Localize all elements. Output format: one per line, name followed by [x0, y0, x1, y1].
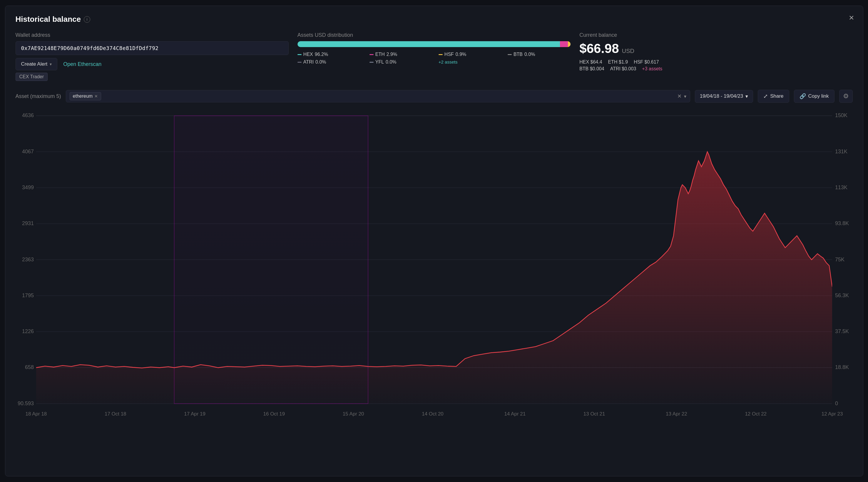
wallet-section: Wallet address 0x7AE92148E79D60a0749fd6D… [16, 32, 289, 81]
yfl-legend-pct: 0.0% [386, 59, 396, 65]
title-row: Historical balance i [16, 15, 91, 24]
svg-text:18 Apr 18: 18 Apr 18 [25, 411, 47, 417]
balance-currency: USD [622, 48, 634, 54]
date-chevron-icon: ▾ [745, 93, 748, 100]
tag-remove-icon[interactable]: ✕ [94, 94, 98, 98]
svg-text:17 Apr 19: 17 Apr 19 [184, 411, 206, 417]
svg-text:15 Apr 20: 15 Apr 20 [342, 411, 364, 417]
svg-text:12 Oct 22: 12 Oct 22 [745, 411, 767, 417]
filter-label: Asset (maximum 5) [16, 93, 61, 100]
btb-legend-dot [508, 54, 512, 55]
wallet-address: 0x7AE92148E79D60a0749fd6De374C8e81DfDdf7… [16, 41, 289, 55]
wallet-label: Wallet address [16, 32, 289, 38]
assets-section: Assets USD distribution HEX 96.2% ETH 2.… [298, 32, 570, 65]
eth-balance: ETH $1.9 [608, 59, 628, 65]
modal-header: Historical balance i × [16, 15, 853, 24]
svg-text:12 Apr 23: 12 Apr 23 [821, 411, 843, 417]
hex-balance: HEX $64.4 [579, 59, 602, 65]
select-clear-icon[interactable]: ✕ [677, 93, 682, 100]
hex-legend-pct: 96.2% [315, 52, 328, 57]
svg-text:113K: 113K [835, 185, 847, 190]
atri-legend-pct: 0.0% [315, 59, 326, 65]
eth-legend-dot [370, 54, 374, 55]
hex-legend-dot [298, 54, 302, 55]
wallet-actions: Create Alert ▾ Open Etherscan [16, 58, 289, 70]
close-button[interactable]: × [849, 13, 854, 22]
svg-rect-28 [174, 116, 368, 403]
svg-text:17 Oct 18: 17 Oct 18 [104, 411, 126, 417]
btb-legend-label: BTB [514, 52, 523, 57]
btb-bar [570, 41, 570, 47]
historical-chart: 4636 4067 3499 2931 2363 1795 1226 658 9… [16, 110, 853, 425]
chevron-down-icon: ▾ [50, 62, 52, 66]
svg-text:14 Oct 20: 14 Oct 20 [422, 411, 443, 417]
svg-text:4067: 4067 [22, 149, 33, 154]
atri-legend-dot [298, 62, 302, 63]
eth-legend-label: ETH [375, 52, 385, 57]
svg-text:13 Oct 21: 13 Oct 21 [583, 411, 605, 417]
yfl-legend-dot [370, 62, 374, 63]
hex-legend-label: HEX [303, 52, 313, 57]
svg-text:90.593: 90.593 [17, 400, 33, 406]
gear-icon: ⚙ [843, 92, 849, 100]
atri-legend-label: ATRI [303, 59, 314, 65]
svg-text:4636: 4636 [22, 112, 33, 118]
eth-legend-pct: 2.9% [386, 52, 397, 57]
info-icon[interactable]: i [84, 16, 90, 23]
hex-bar [298, 41, 560, 47]
btb-balance: BTB $0.004 [579, 66, 604, 72]
svg-text:2931: 2931 [22, 220, 33, 226]
balance-value: $66.98 [579, 41, 619, 56]
hsf-legend-label: HSF [444, 52, 454, 57]
atri-legend: ATRI 0.0% [298, 59, 364, 65]
yfl-legend-label: YFL [375, 59, 384, 65]
settings-button[interactable]: ⚙ [839, 90, 853, 103]
svg-text:93.8K: 93.8K [835, 220, 849, 226]
hsf-legend: HSF 0.9% [439, 52, 502, 57]
eth-bar [560, 41, 568, 47]
svg-text:2363: 2363 [22, 256, 33, 262]
more-balance-assets-link[interactable]: +3 assets [642, 66, 662, 72]
distribution-legend: HEX 96.2% ETH 2.9% HSF 0.9% BTB 0.0% [298, 52, 570, 65]
distribution-bar [298, 41, 570, 47]
hsf-legend-pct: 0.9% [456, 52, 466, 57]
svg-text:3499: 3499 [22, 185, 33, 190]
modal-title: Historical balance [16, 15, 81, 24]
open-etherscan-link[interactable]: Open Etherscan [63, 61, 101, 67]
svg-text:1795: 1795 [22, 292, 33, 299]
assets-label: Assets USD distribution [298, 32, 570, 38]
svg-text:150K: 150K [835, 112, 847, 118]
date-range-button[interactable]: 19/04/18 - 19/04/23 ▾ [695, 90, 753, 103]
cex-badge: CEX Trader [16, 73, 48, 81]
balance-row-1: HEX $64.4 ETH $1.9 HSF $0.617 [579, 59, 852, 65]
hex-legend: HEX 96.2% [298, 52, 364, 57]
balance-label: Current balance [579, 32, 852, 38]
share-button[interactable]: ⤢ Share [758, 90, 789, 103]
historical-balance-modal: Historical balance i × Wallet address 0x… [5, 6, 863, 476]
svg-text:14 Apr 21: 14 Apr 21 [504, 411, 526, 417]
copy-link-button[interactable]: 🔗 Copy link [794, 90, 835, 103]
create-alert-button[interactable]: Create Alert ▾ [16, 58, 58, 70]
btb-legend-pct: 0.0% [524, 52, 535, 57]
filter-section: Asset (maximum 5) ethereum ✕ ✕ ▾ 19/04/1… [16, 90, 853, 103]
asset-select[interactable]: ethereum ✕ ✕ ▾ [66, 90, 690, 103]
more-assets-link[interactable]: +2 assets [439, 59, 502, 65]
yfl-legend: YFL 0.0% [370, 59, 433, 65]
balance-amount: $66.98 USD [579, 41, 852, 56]
svg-text:37.5K: 37.5K [835, 329, 849, 334]
link-icon: 🔗 [800, 93, 806, 100]
select-chevron-icon[interactable]: ▾ [684, 93, 686, 99]
atri-balance: ATRI $0.003 [610, 66, 637, 72]
svg-text:0: 0 [835, 400, 838, 406]
select-controls: ✕ ▾ [677, 93, 686, 100]
svg-text:658: 658 [25, 364, 33, 370]
hsf-balance: HSF $0.617 [634, 59, 659, 65]
svg-text:1226: 1226 [22, 329, 33, 334]
btb-legend: BTB 0.0% [508, 52, 570, 57]
svg-text:18.8K: 18.8K [835, 364, 849, 370]
svg-text:75K: 75K [835, 256, 844, 262]
hsf-legend-dot [439, 54, 443, 55]
eth-legend: ETH 2.9% [370, 52, 433, 57]
hsf-bar [568, 41, 570, 47]
balance-breakdown: HEX $64.4 ETH $1.9 HSF $0.617 BTB $0.004… [579, 59, 852, 72]
